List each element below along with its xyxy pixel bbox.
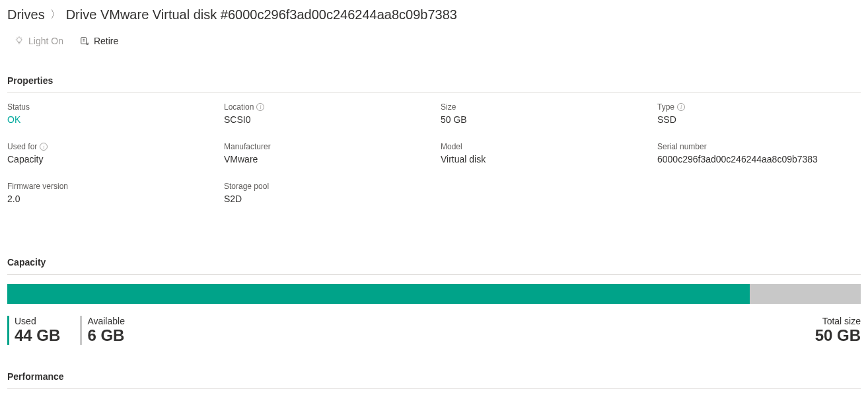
property-manufacturer: Manufacturer VMware: [224, 142, 427, 164]
lightbulb-icon: [14, 36, 24, 46]
stat-value: 6 GB: [87, 326, 125, 345]
property-value: 6000c296f3ad00c246244aa8c09b7383: [657, 154, 861, 164]
stat-available: Available 6 GB: [80, 316, 125, 345]
property-value: VMware: [224, 154, 427, 164]
property-location: Location i SCSI0: [224, 102, 427, 125]
stat-used: Used 44 GB: [7, 316, 60, 345]
property-label: Manufacturer: [224, 142, 427, 151]
capacity-section: Capacity Used 44 GB Available 6 GB Total…: [7, 257, 861, 345]
breadcrumb: Drives 〉 Drive VMware Virtual disk #6000…: [7, 7, 861, 22]
property-label: Size: [441, 102, 644, 112]
property-label: Storage pool: [224, 182, 427, 191]
property-label: Model: [441, 142, 644, 151]
property-serial-number: Serial number 6000c296f3ad00c246244aa8c0…: [657, 142, 861, 164]
property-value: 50 GB: [441, 114, 644, 125]
property-label: Status: [7, 102, 211, 112]
retire-button[interactable]: Retire: [78, 33, 120, 49]
property-used-for: Used for i Capacity: [7, 142, 211, 164]
property-label: Used for i: [7, 142, 211, 151]
property-value: Capacity: [7, 154, 211, 164]
retire-icon: [79, 36, 90, 46]
property-label: Location i: [224, 102, 427, 112]
capacity-bar-used: [7, 284, 750, 304]
light-on-label: Light On: [28, 36, 63, 46]
property-type: Type i SSD: [657, 102, 861, 125]
performance-heading: Performance: [7, 371, 861, 389]
breadcrumb-parent[interactable]: Drives: [7, 7, 45, 22]
capacity-bar: [7, 284, 861, 304]
property-label: Firmware version: [7, 182, 211, 191]
retire-label: Retire: [94, 36, 118, 46]
breadcrumb-current: Drive VMware Virtual disk #6000c296f3ad0…: [66, 7, 457, 22]
info-icon[interactable]: i: [40, 143, 48, 151]
property-value: 2.0: [7, 194, 211, 204]
property-label: Serial number: [657, 142, 861, 151]
stat-total: Total size 50 GB: [810, 316, 861, 345]
properties-heading: Properties: [7, 75, 861, 93]
properties-section: Properties Status OK Location i SCSI0 Si…: [7, 75, 861, 204]
info-icon[interactable]: i: [677, 103, 685, 111]
properties-grid: Status OK Location i SCSI0 Size 50 GB Ty…: [7, 102, 861, 204]
property-status: Status OK: [7, 102, 211, 125]
stat-label: Available: [87, 316, 125, 326]
property-value: SSD: [657, 114, 861, 125]
property-value: Virtual disk: [441, 154, 644, 164]
property-storage-pool: Storage pool S2D: [224, 182, 427, 204]
property-value[interactable]: S2D: [224, 194, 427, 204]
property-model: Model Virtual disk: [441, 142, 644, 164]
stat-value: 50 GB: [815, 326, 861, 345]
capacity-stats: Used 44 GB Available 6 GB Total size 50 …: [7, 316, 861, 345]
performance-section: Performance: [7, 371, 861, 389]
chevron-right-icon: 〉: [50, 8, 61, 22]
stat-label: Used: [15, 316, 60, 326]
stat-label: Total size: [815, 316, 861, 326]
stat-value: 44 GB: [15, 326, 60, 345]
capacity-heading: Capacity: [7, 257, 861, 275]
property-value[interactable]: OK: [7, 114, 211, 125]
property-firmware-version: Firmware version 2.0: [7, 182, 211, 204]
svg-point-0: [17, 38, 22, 42]
info-icon[interactable]: i: [256, 103, 264, 111]
capacity-stats-left: Used 44 GB Available 6 GB: [7, 316, 125, 345]
property-label: Type i: [657, 102, 861, 112]
light-on-button: Light On: [13, 33, 65, 49]
property-size: Size 50 GB: [441, 102, 644, 125]
property-value: SCSI0: [224, 114, 427, 125]
toolbar: Light On Retire: [7, 33, 861, 49]
